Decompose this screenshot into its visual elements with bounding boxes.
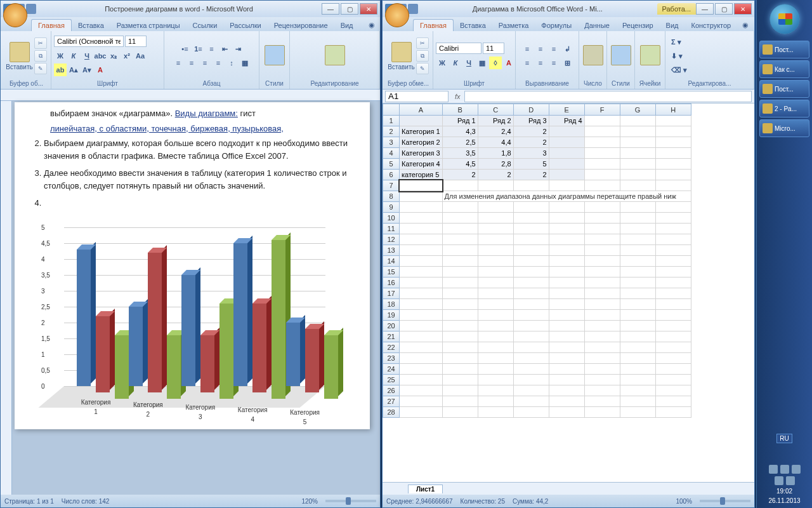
horizontal-ruler[interactable] [1,90,380,101]
cell[interactable] [655,159,691,170]
cell[interactable] [584,385,620,396]
row-header[interactable]: 4 [383,148,400,159]
cell[interactable] [655,126,691,137]
cell[interactable] [478,299,513,310]
cell[interactable] [549,375,584,385]
tab-insert[interactable]: Вставка [454,20,492,31]
cell[interactable] [549,267,584,277]
font-name-combo[interactable] [54,36,124,47]
multilevel-button[interactable]: ≡ [206,43,218,55]
cell[interactable] [584,288,620,299]
cell[interactable] [584,159,620,170]
cell[interactable] [655,137,691,148]
cell[interactable] [620,213,655,224]
cell[interactable] [478,385,513,396]
cell[interactable] [442,224,478,234]
align-left[interactable]: ≡ [521,57,534,69]
cell[interactable]: Категория 2 [400,137,443,148]
cell[interactable] [655,288,691,299]
cell[interactable] [549,353,584,364]
cut-icon[interactable]: ✂ [416,37,429,49]
close-button[interactable]: ✕ [360,3,377,15]
row-header[interactable]: 16 [383,277,400,288]
cell[interactable] [549,126,584,137]
cell[interactable] [584,353,620,364]
font-name-combo[interactable] [436,43,481,54]
cell[interactable] [442,245,478,256]
row-header[interactable]: 22 [383,342,400,353]
cell[interactable] [655,170,691,180]
row-header[interactable]: 14 [383,256,400,267]
cell[interactable] [549,148,584,159]
clock-time[interactable]: 19:02 [761,488,808,495]
copy-icon[interactable]: ⧉ [34,50,47,62]
cell[interactable] [549,137,584,148]
cell[interactable] [478,277,513,288]
cell[interactable] [549,310,584,321]
cell[interactable] [442,321,478,331]
cell[interactable] [655,224,691,234]
cell[interactable] [584,148,620,159]
zoom-slider[interactable] [700,500,750,502]
cell[interactable] [513,364,549,375]
cell[interactable] [584,202,620,213]
line-spacing-button[interactable]: ↕ [225,57,238,69]
cell[interactable] [513,180,549,191]
cell[interactable] [513,277,549,288]
zoom-level[interactable]: 100% [676,498,692,505]
change-case-button[interactable]: Aa [134,50,147,62]
cell[interactable] [655,180,691,191]
minimize-button[interactable]: — [696,3,714,15]
cell[interactable] [478,202,513,213]
help-icon[interactable]: ◉ [363,19,380,31]
cell[interactable] [620,310,655,321]
cell[interactable] [478,213,513,224]
cell[interactable] [655,234,691,245]
tab-review[interactable]: Рецензир [616,20,660,31]
cell[interactable] [655,148,691,159]
row-header[interactable]: 21 [383,331,400,342]
cell[interactable] [620,385,655,396]
cell[interactable] [442,213,478,224]
cell[interactable] [400,277,443,288]
cell[interactable] [584,342,620,353]
cell[interactable] [620,288,655,299]
maximize-button[interactable]: ▢ [341,3,358,15]
cell[interactable] [400,213,443,224]
col-header[interactable]: B [442,104,478,116]
network-icon[interactable] [775,476,783,485]
tab-layout[interactable]: Разметка [492,20,535,31]
formula-bar[interactable] [464,91,752,102]
cell[interactable] [655,385,691,396]
cell[interactable] [549,299,584,310]
cell[interactable] [620,256,655,267]
cell[interactable] [620,331,655,342]
cell[interactable] [400,353,443,364]
row-header[interactable]: 28 [383,407,400,418]
shading-button[interactable]: ▦ [239,57,251,69]
cell[interactable] [620,277,655,288]
cell[interactable] [442,256,478,267]
cell[interactable] [584,299,620,310]
cell[interactable] [655,202,691,213]
tab-layout[interactable]: Разметка страницы [110,20,187,31]
volume-icon[interactable] [786,476,795,485]
underline-button[interactable]: Ч [462,57,475,69]
cell[interactable] [655,277,691,288]
cell[interactable] [549,288,584,299]
cell[interactable] [442,396,478,407]
cell[interactable] [620,224,655,234]
align-center-button[interactable]: ≡ [185,57,198,69]
cell[interactable] [513,267,549,277]
row-header[interactable]: 23 [383,353,400,364]
bold-button[interactable]: Ж [54,50,67,62]
row-header[interactable]: 24 [383,364,400,375]
cell[interactable] [584,407,620,418]
cell[interactable] [655,364,691,375]
bold-button[interactable]: Ж [436,57,449,69]
language-indicator[interactable]: RU [776,434,792,443]
cell[interactable] [400,321,443,331]
row-header[interactable]: 9 [383,202,400,213]
cell[interactable]: Категория 1 [400,126,443,137]
cell[interactable] [584,116,620,126]
